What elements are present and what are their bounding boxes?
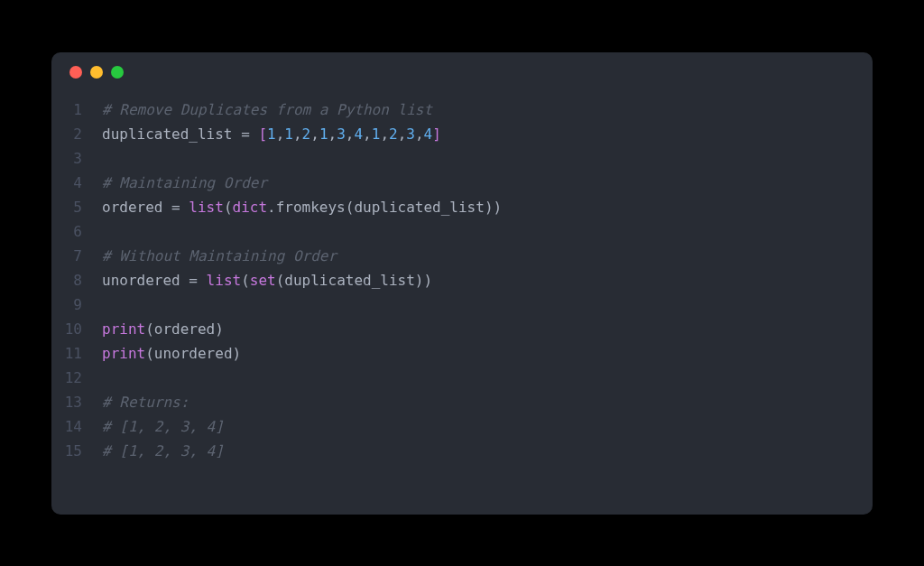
number-token: 3 bbox=[406, 125, 415, 143]
punct-token: , bbox=[398, 125, 407, 143]
number-token: 1 bbox=[284, 125, 293, 143]
line-number: 9 bbox=[51, 292, 102, 317]
line-number: 4 bbox=[51, 171, 102, 195]
minimize-icon[interactable] bbox=[90, 66, 103, 79]
punct-token: , bbox=[328, 125, 337, 143]
code-line: 10 print(ordered) bbox=[51, 317, 873, 341]
number-token: 1 bbox=[267, 125, 276, 143]
builtin-token: set bbox=[250, 272, 276, 289]
builtin-token: dict bbox=[233, 199, 268, 216]
punct-token: , bbox=[363, 125, 372, 143]
variable-token: ordered bbox=[154, 320, 215, 338]
paren-token: ( bbox=[346, 199, 355, 216]
bracket-token: [ bbox=[258, 125, 267, 143]
code-content: print(unordered) bbox=[102, 341, 241, 366]
code-content: unordered = list(set(duplicated_list)) bbox=[102, 268, 432, 292]
zoom-icon[interactable] bbox=[111, 66, 124, 79]
close-icon[interactable] bbox=[69, 66, 82, 79]
code-line: 7 # Without Maintaining Order bbox=[51, 244, 873, 268]
titlebar bbox=[51, 52, 873, 92]
line-number: 13 bbox=[51, 390, 102, 414]
code-content: duplicated_list = [1,1,2,1,3,4,1,2,3,4] bbox=[102, 122, 441, 146]
punct-token: , bbox=[346, 125, 355, 143]
line-number: 8 bbox=[51, 268, 102, 292]
line-number: 6 bbox=[51, 219, 102, 244]
code-content: # [1, 2, 3, 4] bbox=[102, 414, 224, 439]
comment-token: # Remove Duplicates from a Python list bbox=[102, 101, 432, 118]
paren-token: ( bbox=[145, 345, 154, 362]
number-token: 4 bbox=[354, 125, 363, 143]
code-line: 5 ordered = list(dict.fromkeys(duplicate… bbox=[51, 195, 873, 219]
line-number: 12 bbox=[51, 366, 102, 390]
comment-token: # Maintaining Order bbox=[102, 174, 267, 191]
paren-token: ( bbox=[224, 199, 233, 216]
code-content: ordered = list(dict.fromkeys(duplicated_… bbox=[102, 195, 502, 219]
comment-token: # Without Maintaining Order bbox=[102, 247, 337, 264]
code-line: 4 # Maintaining Order bbox=[51, 171, 873, 195]
code-line: 1 # Remove Duplicates from a Python list bbox=[51, 97, 873, 122]
code-line: 8 unordered = list(set(duplicated_list)) bbox=[51, 268, 873, 292]
line-number: 7 bbox=[51, 244, 102, 268]
comment-token: # Returns: bbox=[102, 394, 189, 411]
code-content: # Remove Duplicates from a Python list bbox=[102, 97, 432, 122]
number-token: 2 bbox=[302, 125, 311, 143]
code-content: # Without Maintaining Order bbox=[102, 244, 337, 268]
code-area: 1 # Remove Duplicates from a Python list… bbox=[51, 92, 873, 481]
code-window: 1 # Remove Duplicates from a Python list… bbox=[51, 52, 873, 515]
paren-token: ) bbox=[233, 345, 242, 362]
code-content: print(ordered) bbox=[102, 317, 224, 341]
paren-token: ) bbox=[494, 199, 503, 216]
paren-token: ) bbox=[423, 272, 432, 289]
punct-token: , bbox=[293, 125, 302, 143]
comment-token: # [1, 2, 3, 4] bbox=[102, 418, 224, 435]
paren-token: ( bbox=[241, 272, 250, 289]
paren-token: ( bbox=[276, 272, 285, 289]
operator-token: = bbox=[233, 125, 259, 143]
line-number: 14 bbox=[51, 414, 102, 439]
operator-token: = bbox=[180, 272, 207, 289]
number-token: 3 bbox=[337, 125, 346, 143]
variable-token: unordered bbox=[154, 345, 233, 362]
code-content: # Maintaining Order bbox=[102, 171, 267, 195]
number-token: 4 bbox=[424, 125, 433, 143]
line-number: 3 bbox=[51, 146, 102, 171]
code-line: 2 duplicated_list = [1,1,2,1,3,4,1,2,3,4… bbox=[51, 122, 873, 146]
builtin-token: print bbox=[102, 320, 145, 338]
variable-token: duplicated_list bbox=[354, 199, 485, 216]
code-line: 11 print(unordered) bbox=[51, 341, 873, 366]
punct-token: , bbox=[310, 125, 319, 143]
number-token: 1 bbox=[372, 125, 381, 143]
builtin-token: print bbox=[102, 345, 145, 362]
code-line: 6 bbox=[51, 219, 873, 244]
punct-token: . bbox=[267, 199, 276, 216]
method-token: fromkeys bbox=[276, 199, 346, 216]
line-number: 5 bbox=[51, 195, 102, 219]
paren-token: ) bbox=[215, 320, 224, 338]
builtin-token: list bbox=[189, 199, 224, 216]
punct-token: , bbox=[276, 125, 285, 143]
bracket-token: ] bbox=[432, 125, 441, 143]
code-line: 13 # Returns: bbox=[51, 390, 873, 414]
line-number: 10 bbox=[51, 317, 102, 341]
code-content: # Returns: bbox=[102, 390, 189, 414]
variable-token: duplicated_list bbox=[284, 272, 415, 289]
variable-token: unordered bbox=[102, 272, 180, 289]
code-line: 9 bbox=[51, 292, 873, 317]
comment-token: # [1, 2, 3, 4] bbox=[102, 442, 224, 459]
code-line: 3 bbox=[51, 146, 873, 171]
number-token: 1 bbox=[319, 125, 328, 143]
punct-token: , bbox=[415, 125, 424, 143]
operator-token: = bbox=[162, 199, 189, 216]
variable-token: duplicated_list bbox=[102, 125, 233, 143]
paren-token: ) bbox=[485, 199, 494, 216]
punct-token: , bbox=[380, 125, 389, 143]
line-number: 11 bbox=[51, 341, 102, 366]
line-number: 15 bbox=[51, 439, 102, 463]
paren-token: ( bbox=[145, 320, 154, 338]
code-line: 15 # [1, 2, 3, 4] bbox=[51, 439, 873, 463]
code-line: 12 bbox=[51, 366, 873, 390]
variable-token: ordered bbox=[102, 199, 162, 216]
line-number: 2 bbox=[51, 122, 102, 146]
line-number: 1 bbox=[51, 97, 102, 122]
code-line: 14 # [1, 2, 3, 4] bbox=[51, 414, 873, 439]
